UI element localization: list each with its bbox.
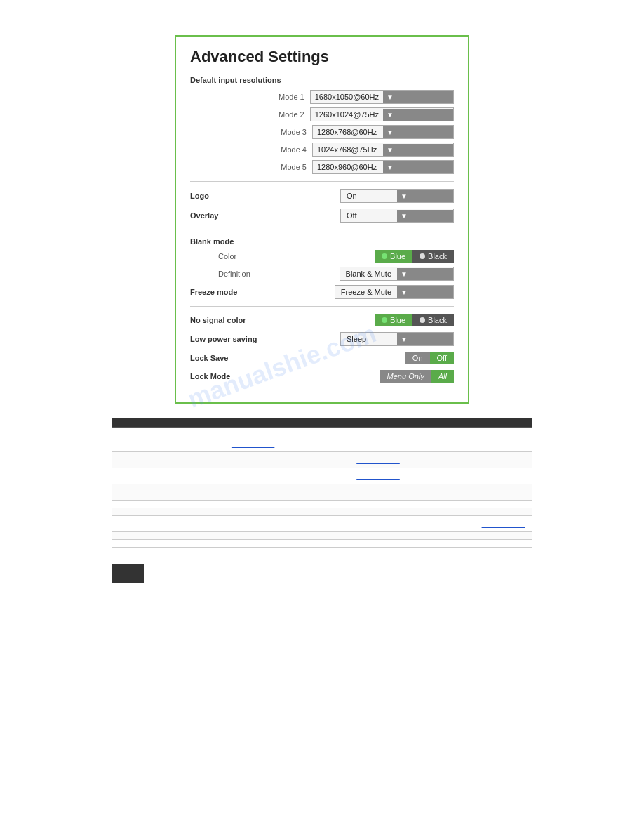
cell-7-1 — [112, 516, 224, 532]
cell-9-1 — [112, 540, 224, 548]
link-1[interactable]: __________ — [232, 439, 274, 448]
table-row: __________ — [112, 468, 532, 484]
blank-definition-arrow[interactable]: ▼ — [397, 268, 453, 280]
bottom-area — [0, 562, 644, 583]
table-row — [112, 508, 532, 516]
no-signal-blue-button[interactable]: Blue — [375, 314, 412, 326]
mode5-arrow[interactable]: ▼ — [383, 161, 453, 173]
overlay-row: Overlay Off ▼ — [190, 208, 454, 223]
mode3-select[interactable]: 1280x768@60Hz ▼ — [312, 125, 454, 139]
col-header-2 — [224, 418, 532, 428]
no-signal-blue-dot — [382, 317, 387, 323]
cell-6-1 — [112, 508, 224, 516]
table-row — [112, 540, 532, 548]
overlay-value: Off — [341, 209, 397, 222]
lock-save-off-button[interactable]: Off — [430, 352, 454, 364]
default-input-resolutions-label: Default input resolutions — [190, 76, 454, 84]
blank-definition-select[interactable]: Blank & Mute ▼ — [340, 267, 454, 281]
mode2-label: Mode 2 — [269, 110, 304, 119]
mode3-value: 1280x768@60Hz — [313, 126, 383, 138]
mode1-label: Mode 1 — [269, 93, 304, 101]
overlay-arrow[interactable]: ▼ — [397, 210, 453, 222]
lock-save-toggle: On Off — [405, 352, 454, 364]
freeze-mode-arrow[interactable]: ▼ — [397, 286, 453, 298]
col-header-1 — [112, 418, 224, 428]
blank-color-toggle: Blue Black — [375, 250, 454, 263]
lock-save-row: Lock Save On Off — [190, 352, 454, 364]
low-power-saving-select[interactable]: Sleep ▼ — [340, 332, 454, 346]
cell-4-2 — [224, 484, 532, 501]
mode3-row: Mode 3 1280x768@60Hz ▼ — [190, 125, 454, 139]
logo-arrow[interactable]: ▼ — [397, 190, 453, 202]
lock-mode-label: Lock Mode — [190, 372, 230, 380]
no-signal-black-button[interactable]: Black — [412, 314, 454, 326]
mode5-value: 1280x960@60Hz — [313, 161, 383, 173]
cell-8-2 — [224, 532, 532, 540]
link-2[interactable]: __________ — [356, 456, 399, 464]
logo-select[interactable]: On ▼ — [340, 189, 454, 203]
divider3 — [190, 306, 454, 307]
cell-4-1 — [112, 484, 224, 501]
table-row — [112, 501, 532, 508]
blank-definition-value: Blank & Mute — [340, 267, 397, 280]
data-table: __________ __________ __________ — [112, 418, 532, 548]
mode2-select[interactable]: 1260x1024@75Hz ▼ — [310, 107, 454, 121]
no-signal-black-dot — [420, 317, 425, 323]
cell-5-1 — [112, 501, 224, 508]
freeze-mode-label: Freeze mode — [190, 288, 237, 296]
lock-save-on-button[interactable]: On — [405, 352, 430, 364]
blank-mode-section: Blank mode Color Blue Black — [190, 237, 454, 281]
logo-label: Logo — [190, 192, 209, 200]
cell-9-2 — [224, 540, 532, 548]
low-power-saving-arrow[interactable]: ▼ — [397, 333, 453, 345]
low-power-saving-label: Low power saving — [190, 335, 257, 343]
table-row — [112, 532, 532, 540]
black-radio-dot — [420, 253, 425, 259]
mode4-arrow[interactable]: ▼ — [383, 144, 453, 156]
freeze-mode-select[interactable]: Freeze & Mute ▼ — [335, 285, 454, 299]
blank-blue-button[interactable]: Blue — [375, 250, 412, 263]
no-signal-black-label: Black — [428, 316, 447, 324]
freeze-mode-value: Freeze & Mute — [335, 286, 397, 298]
mode2-row: Mode 2 1260x1024@75Hz ▼ — [190, 107, 454, 121]
freeze-mode-row: Freeze mode Freeze & Mute ▼ — [190, 285, 454, 299]
blank-definition-label: Definition — [218, 270, 250, 278]
table-row — [112, 484, 532, 501]
cell-3-2: __________ — [224, 468, 532, 484]
mode5-select[interactable]: 1280x960@60Hz ▼ — [312, 160, 454, 174]
no-signal-color-toggle: Blue Black — [375, 314, 454, 326]
lock-mode-all-button[interactable]: All — [431, 370, 454, 383]
bottom-button[interactable] — [112, 564, 144, 583]
cell-2-1 — [112, 452, 224, 468]
cell-8-1 — [112, 532, 224, 540]
lock-mode-menu-button[interactable]: Menu Only — [380, 370, 431, 383]
no-signal-color-row: No signal color Blue Black — [190, 314, 454, 326]
page-wrapper: manualshie.com Advanced Settings Default… — [0, 0, 644, 597]
blue-radio-dot — [382, 253, 387, 259]
blank-definition-row: Definition Blank & Mute ▼ — [218, 267, 454, 281]
blank-mode-label: Blank mode — [190, 237, 454, 246]
mode1-arrow[interactable]: ▼ — [383, 91, 453, 103]
panel-title: Advanced Settings — [190, 48, 454, 66]
cell-6-2 — [224, 508, 532, 516]
no-signal-blue-label: Blue — [390, 316, 405, 324]
mode1-row: Mode 1 1680x1050@60Hz ▼ — [190, 90, 454, 104]
table-header — [112, 418, 532, 428]
cell-2-2: __________ — [224, 452, 532, 468]
link-4[interactable]: __________ — [482, 519, 525, 528]
mode3-arrow[interactable]: ▼ — [383, 126, 453, 138]
link-3[interactable]: __________ — [356, 472, 399, 480]
cell-1-2: __________ — [224, 428, 532, 452]
mode5-row: Mode 5 1280x960@60Hz ▼ — [190, 160, 454, 174]
mode1-select[interactable]: 1680x1050@60Hz ▼ — [310, 90, 454, 104]
overlay-select[interactable]: Off ▼ — [340, 208, 454, 223]
blank-color-label: Color — [218, 252, 236, 260]
mode4-select[interactable]: 1024x768@75Hz ▼ — [312, 143, 454, 157]
mode3-label: Mode 3 — [271, 128, 307, 136]
cell-1-1 — [112, 428, 224, 452]
table-header-row — [112, 418, 532, 428]
lock-mode-row: Lock Mode Menu Only All — [190, 370, 454, 383]
blank-black-button[interactable]: Black — [412, 250, 454, 263]
mode2-arrow[interactable]: ▼ — [383, 109, 453, 121]
advanced-settings-panel: manualshie.com Advanced Settings Default… — [175, 35, 469, 404]
